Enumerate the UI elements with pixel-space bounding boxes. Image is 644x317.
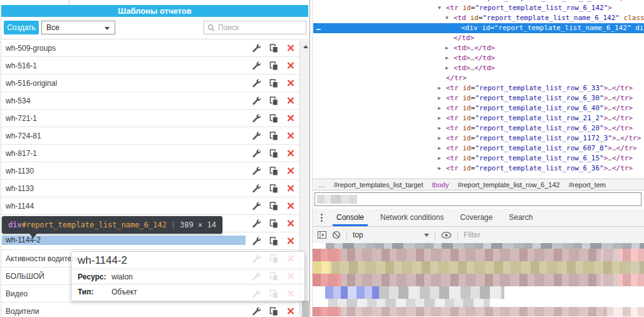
wrench-icon[interactable] (252, 236, 261, 246)
expand-closed-icon[interactable]: ▶ (438, 113, 441, 123)
dom-tree-node[interactable]: ▶<tr id="report_template_list_row_6_15">… (313, 153, 644, 164)
copy-icon[interactable] (269, 148, 278, 158)
dom-tree-node[interactable]: ▶<tr id="report_template_list_row_6_33">… (313, 83, 644, 93)
dom-tree-node[interactable]: ▶<tr id="report_template_list_row_6_40">… (313, 103, 644, 113)
find-input[interactable] (314, 192, 641, 206)
template-row[interactable]: wh-817-1 (1, 145, 299, 162)
copy-icon[interactable] (269, 166, 278, 175)
javascript-context-select[interactable]: top (353, 231, 429, 239)
dom-tree-node[interactable]: ▶<td>…</td> (313, 43, 644, 53)
wrench-icon[interactable] (252, 219, 261, 228)
dom-tree-node[interactable]: ▶<tr id="report_template_list_row_6_36">… (313, 164, 644, 174)
wrench-icon[interactable] (252, 306, 261, 316)
copy-icon[interactable] (269, 96, 278, 105)
copy-icon[interactable] (269, 131, 278, 140)
expand-closed-icon[interactable]: ▶ (438, 153, 441, 164)
type-filter-select[interactable]: Все (41, 21, 115, 34)
expand-closed-icon[interactable]: ▶ (438, 123, 441, 133)
dom-tree-node[interactable]: </tr> (313, 73, 644, 83)
delete-icon[interactable] (286, 78, 295, 88)
template-row[interactable]: wh-724-81 (1, 127, 299, 145)
copy-icon[interactable] (269, 236, 278, 246)
dom-tree-node[interactable]: …<div id="report_template_list_name_6_14… (313, 23, 644, 33)
delete-icon[interactable] (286, 148, 295, 158)
delete-icon[interactable] (286, 201, 295, 210)
delete-icon[interactable] (286, 43, 295, 53)
wrench-icon[interactable] (252, 184, 261, 193)
tab-coverage[interactable]: Coverage (452, 209, 501, 226)
dom-tree-node[interactable]: ▶<tr id="report_template_list_row_21_2">… (313, 113, 644, 123)
scroll-up-icon[interactable] (303, 43, 308, 48)
tab-network-conditions[interactable]: Network conditions (372, 209, 452, 226)
create-button[interactable]: Создать (4, 21, 39, 34)
wrench-icon[interactable] (252, 96, 261, 105)
search-input[interactable]: Поиск (204, 21, 306, 34)
delete-icon[interactable] (286, 131, 295, 140)
wrench-icon[interactable] (252, 113, 261, 123)
dom-tree-node[interactable]: </td> (313, 33, 644, 43)
console-sidebar-toggle-icon[interactable] (318, 231, 326, 239)
dom-tree-node[interactable]: ▶<tr id="report_template_list_row_1172_3… (313, 133, 644, 143)
expand-closed-icon[interactable]: ▶ (445, 63, 449, 73)
template-row[interactable]: wh-1133 (1, 180, 299, 197)
dom-tree-node[interactable]: ▶<tr id="report_template_list_row_6_20">… (313, 123, 644, 133)
clear-console-icon[interactable] (332, 231, 341, 239)
copy-icon[interactable] (269, 43, 278, 53)
dom-tree-node[interactable]: ▶<tr id="report_template_list_row_6_30">… (313, 93, 644, 103)
template-row[interactable]: wh-509-groups (1, 39, 299, 57)
template-row[interactable]: wh-721-1 (1, 110, 299, 127)
delete-icon[interactable] (286, 306, 295, 316)
expand-closed-icon[interactable]: ▶ (438, 133, 441, 143)
expand-closed-icon[interactable]: ▶ (438, 83, 441, 93)
console-filter-input[interactable]: Filter (464, 231, 480, 239)
dom-tree-node[interactable]: ▶<td>…</td> (313, 53, 644, 63)
scrollbar-thumb[interactable] (302, 301, 309, 317)
wrench-icon[interactable] (252, 166, 261, 175)
wrench-icon[interactable] (252, 61, 261, 70)
copy-icon[interactable] (269, 78, 278, 88)
template-row[interactable]: wh-1130 (1, 162, 299, 180)
more-tabs-icon[interactable] (316, 214, 327, 222)
expand-open-icon[interactable]: ▼ (438, 3, 441, 13)
template-row[interactable]: wh-534 (1, 92, 299, 110)
template-row[interactable]: wh-1144 (1, 197, 299, 215)
expand-closed-icon[interactable]: ▶ (438, 93, 441, 103)
live-expression-eye-icon[interactable] (441, 232, 452, 239)
delete-icon[interactable] (286, 61, 295, 70)
expand-closed-icon[interactable]: ▶ (445, 53, 449, 63)
copy-icon[interactable] (269, 184, 278, 193)
breadcrumb-item[interactable]: tbody (432, 181, 449, 189)
expand-open-icon[interactable]: ▼ (445, 13, 449, 23)
expand-closed-icon[interactable]: ▶ (438, 164, 441, 174)
wrench-icon[interactable] (252, 201, 261, 210)
template-row[interactable]: wh-1144-2 (1, 232, 299, 250)
delete-icon[interactable] (286, 219, 295, 228)
wrench-icon[interactable] (252, 148, 261, 158)
dom-tree-node[interactable]: ▶<td>…</td> (313, 63, 644, 73)
dom-tree-node[interactable]: ▶<tr id="report_template_list_row_607_8"… (313, 143, 644, 153)
copy-icon[interactable] (269, 113, 278, 123)
breadcrumb-item[interactable]: … (318, 181, 325, 189)
copy-icon[interactable] (269, 306, 278, 316)
tab-console[interactable]: Console (328, 209, 372, 226)
copy-icon[interactable] (269, 61, 278, 70)
tab-search[interactable]: Search (501, 209, 541, 226)
delete-icon[interactable] (286, 166, 295, 175)
delete-icon[interactable] (286, 184, 295, 193)
template-row[interactable]: wh-516-1 (1, 57, 299, 75)
breadcrumb-item[interactable]: #report_templates_list_target (334, 181, 423, 189)
expand-closed-icon[interactable]: ▶ (445, 43, 449, 53)
overflow-icon[interactable]: … (316, 23, 321, 33)
expand-closed-icon[interactable]: ▶ (438, 103, 441, 113)
delete-icon[interactable] (286, 96, 295, 105)
expand-closed-icon[interactable]: ▶ (438, 143, 441, 153)
wrench-icon[interactable] (252, 78, 261, 88)
copy-icon[interactable] (269, 219, 278, 228)
breadcrumb-item[interactable]: #report_tem (569, 181, 606, 189)
delete-icon[interactable] (286, 236, 295, 246)
breadcrumb-item[interactable]: #report_template_list_row_6_142 (457, 181, 559, 189)
copy-icon[interactable] (269, 201, 278, 210)
template-row[interactable]: Водители (1, 303, 299, 317)
template-row[interactable]: wh-516-original (1, 75, 299, 92)
dom-tree-node[interactable]: ▼<td id="report_template_list_name_6_142… (313, 13, 644, 23)
